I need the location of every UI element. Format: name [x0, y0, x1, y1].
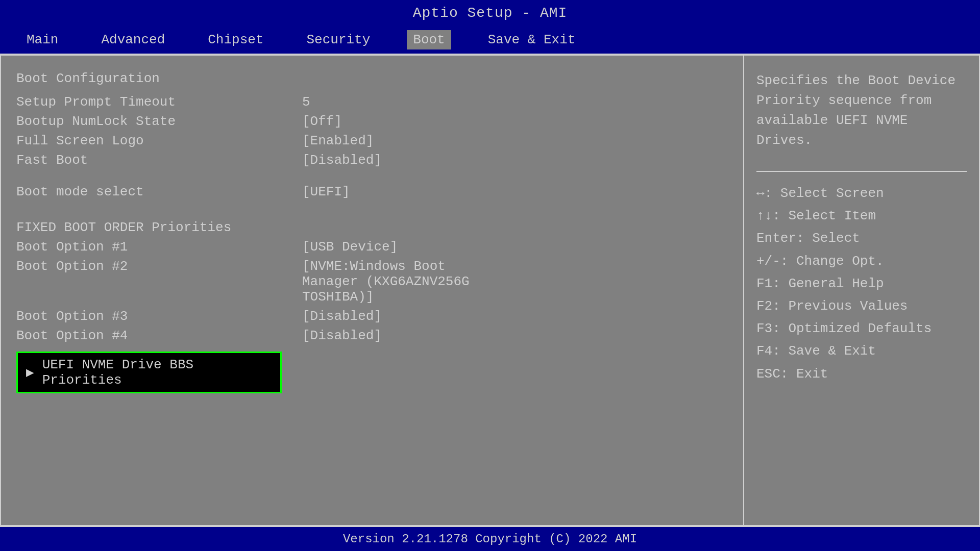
row-boot-opt2: Boot Option #2 [NVME:Windows Boot Manage… [16, 259, 728, 305]
boot-opt2-line1: [NVME:Windows Boot [302, 259, 470, 274]
values-boot-opt2[interactable]: [NVME:Windows Boot Manager (KXG6AZNV256G… [302, 259, 470, 305]
nav-chipset[interactable]: Chipset [202, 30, 270, 49]
section-title: Boot Configuration [16, 71, 728, 86]
label-fullscreen-logo: Full Screen Logo [16, 133, 302, 148]
shortcut-f3: F3: Optimized Defaults [756, 317, 967, 340]
label-boot-opt3: Boot Option #3 [16, 309, 302, 324]
row-boot-opt3: Boot Option #3 [Disabled] [16, 309, 728, 324]
title-bar: Aptio Setup - AMI [0, 0, 980, 26]
value-boot-opt3[interactable]: [Disabled] [302, 309, 382, 324]
shortcut-f2: F2: Previous Values [756, 295, 967, 317]
label-boot-mode: Boot mode select [16, 184, 302, 199]
value-boot-opt4[interactable]: [Disabled] [302, 328, 382, 343]
right-panel: Specifies the Boot Device Priority seque… [744, 56, 979, 525]
row-boot-opt1: Boot Option #1 [USB Device] [16, 239, 728, 255]
fixed-boot-header: FIXED BOOT ORDER Priorities [16, 220, 728, 235]
row-boot-opt4: Boot Option #4 [Disabled] [16, 328, 728, 343]
row-prompt-timeout: Setup Prompt Timeout 5 [16, 94, 728, 110]
nav-boot[interactable]: Boot [407, 30, 451, 49]
shortcut-f1: F1: General Help [756, 272, 967, 295]
app-title: Aptio Setup - AMI [413, 5, 568, 21]
shortcut-select-screen: ↔: Select Screen [756, 182, 967, 205]
value-numlock[interactable]: [Off] [302, 114, 342, 129]
shortcut-change-opt: +/-: Change Opt. [756, 250, 967, 272]
row-fullscreen-logo: Full Screen Logo [Enabled] [16, 133, 728, 148]
nav-main[interactable]: Main [20, 30, 64, 49]
left-panel: Boot Configuration Setup Prompt Timeout … [1, 56, 744, 525]
label-boot-opt4: Boot Option #4 [16, 328, 302, 343]
shortcut-enter: Enter: Select [756, 227, 967, 249]
boot-opt2-line2: Manager (KXG6AZNV256G [302, 274, 470, 289]
value-fullscreen-logo[interactable]: [Enabled] [302, 133, 374, 148]
value-boot-opt1[interactable]: [USB Device] [302, 239, 398, 255]
nav-advanced[interactable]: Advanced [95, 30, 171, 49]
boot-opt2-line3: TOSHIBA)] [302, 289, 470, 305]
label-fast-boot: Fast Boot [16, 153, 302, 168]
footer-text: Version 2.21.1278 Copyright (C) 2022 AMI [343, 532, 637, 546]
help-text: Specifies the Boot Device Priority seque… [756, 71, 967, 151]
label-boot-opt2: Boot Option #2 [16, 259, 302, 305]
shortcut-esc: ESC: Exit [756, 363, 967, 385]
label-boot-opt1: Boot Option #1 [16, 239, 302, 255]
label-numlock: Bootup NumLock State [16, 114, 302, 129]
value-boot-mode[interactable]: [UEFI] [302, 184, 350, 199]
shortcut-f4: F4: Save & Exit [756, 340, 967, 362]
nav-bar: Main Advanced Chipset Security Boot Save… [0, 26, 980, 55]
selected-item-arrow: ▶ [26, 364, 34, 381]
shortcuts: ↔: Select Screen ↑↓: Select Item Enter: … [756, 182, 967, 385]
row-numlock: Bootup NumLock State [Off] [16, 114, 728, 129]
footer: Version 2.21.1278 Copyright (C) 2022 AMI [0, 526, 980, 551]
nav-save-exit[interactable]: Save & Exit [482, 30, 582, 49]
label-prompt-timeout: Setup Prompt Timeout [16, 94, 302, 110]
value-prompt-timeout[interactable]: 5 [302, 94, 310, 110]
row-fast-boot: Fast Boot [Disabled] [16, 153, 728, 168]
nav-security[interactable]: Security [300, 30, 376, 49]
shortcut-select-item: ↑↓: Select Item [756, 205, 967, 227]
selected-item-label: UEFI NVME Drive BBS Priorities [42, 357, 272, 388]
row-boot-mode: Boot mode select [UEFI] [16, 184, 728, 199]
selected-item-uefi-nvme[interactable]: ▶ UEFI NVME Drive BBS Priorities [16, 352, 282, 393]
main-content: Boot Configuration Setup Prompt Timeout … [0, 55, 980, 526]
value-fast-boot[interactable]: [Disabled] [302, 153, 382, 168]
divider [756, 171, 967, 172]
